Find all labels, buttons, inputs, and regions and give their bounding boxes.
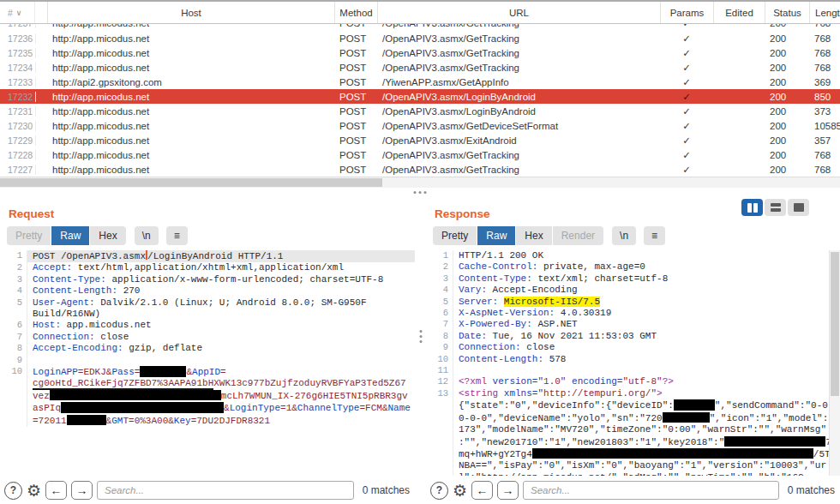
code-text: NBA==","isPay":"0","isXm":"0","baoyang":… <box>459 460 826 471</box>
line-content: cg0oHtd_RCikeFjq7ZFBD7%3AAPA91bHXWK13c97… <box>27 378 415 389</box>
code-text: Server: <box>459 297 498 307</box>
request-editor[interactable]: 1POST /OpenAPIV3.asmx/LoginByAndroid HTT… <box>0 250 415 476</box>
history-row[interactable]: 17227http://app.micodus.netPOST/OpenAPIV… <box>0 162 840 177</box>
prev-match-button[interactable]: ← <box>471 481 493 500</box>
table-horizontal-scrollbar[interactable] <box>0 177 840 188</box>
history-row[interactable]: 17231http://app.micodus.netPOST/OpenAPIV… <box>0 104 840 118</box>
menu-icon[interactable]: ≡ <box>644 226 665 245</box>
tab-pretty[interactable]: Pretty <box>7 226 51 245</box>
help-icon[interactable]: ? <box>430 482 448 500</box>
code-text: Accept-Encoding: <box>33 343 123 353</box>
column-header-length[interactable]: Length <box>809 2 840 23</box>
tab-pretty[interactable]: Pretty <box>433 226 477 245</box>
column-header-status[interactable]: Status <box>765 2 809 23</box>
history-table-body: 17237http://app.micodus.netPOST/OpenAPIV… <box>0 24 840 177</box>
response-editor[interactable]: 1HTTP/1.1 200 OK2Cache-Control: private,… <box>426 250 840 476</box>
code-text: > <box>657 388 663 399</box>
line-content: Cache-Control: private, max-age=0 <box>453 261 840 273</box>
newline-toggle-tab[interactable]: \n <box>612 226 636 245</box>
editor-line: 4Vary: Accept-Encoding <box>426 285 840 296</box>
menu-icon[interactable]: ≡ <box>166 226 188 245</box>
next-match-button[interactable]: → <box>497 481 519 500</box>
tab-hex[interactable]: Hex <box>90 226 125 245</box>
cell-url: /OpenAPIV3.asmx/GetTracking <box>377 24 660 28</box>
history-row[interactable]: 17236http://app.micodus.netPOST/OpenAPIV… <box>0 31 840 45</box>
code-text: User-Agent: <box>33 297 95 308</box>
cell-num: 17236 <box>0 33 36 44</box>
editor-line: 12<?xml version="1.0" encoding="utf-8"?> <box>426 376 840 387</box>
history-row[interactable]: 17229http://app.micodus.netPOST/OpenAPIV… <box>0 133 840 147</box>
column-header-url[interactable]: URL <box>377 2 660 23</box>
match-count: 0 matches <box>363 484 410 496</box>
horizontal-splitter[interactable] <box>0 188 840 201</box>
newline-toggle-tab[interactable]: \n <box>135 226 159 245</box>
gear-icon[interactable]: ⚙ <box>27 483 41 499</box>
column-header-host[interactable]: Host <box>47 2 334 23</box>
editor-line: cg0oHtd_RCikeFjq7ZFBD7%3AAPA91bHXWK13c97… <box>0 378 415 389</box>
tab-render[interactable]: Render <box>553 226 603 245</box>
code-text: Build/R16NW) <box>33 309 100 319</box>
scrollbar-thumb[interactable] <box>0 178 382 187</box>
search-input[interactable] <box>523 481 779 500</box>
line-content: <string xmlns="http://tempuri.org/"> <box>453 388 840 399</box>
burp-proxy-http-history: #∨HostMethodURLParamsEditedStatusLength … <box>0 0 840 504</box>
history-row[interactable]: 17230http://app.micodus.netPOST/OpenAPIV… <box>0 118 840 133</box>
scrollbar-thumb[interactable] <box>831 252 839 396</box>
cell-url: /OpenAPIV3.asmx/GetTracking <box>377 165 660 175</box>
history-row[interactable]: 17232http://app.micodus.netPOST/OpenAPIV… <box>0 89 840 104</box>
editor-line: vezmcLh7WMUN_IX-276g6HIE5TNI5pRBR3gv <box>0 390 415 402</box>
line-number <box>426 448 453 460</box>
code-text: close <box>95 332 129 342</box>
line-content: LoginAPP=EDKJ&Pass=&AppID= <box>27 366 415 378</box>
line-number: 9 <box>426 342 453 353</box>
code-text: HTTP/1.1 200 OK <box>459 250 543 261</box>
gear-icon[interactable]: ⚙ <box>453 483 467 499</box>
line-number: 6 <box>426 308 453 319</box>
tab-hex[interactable]: Hex <box>516 226 551 245</box>
line-content <box>453 365 840 376</box>
next-match-button[interactable]: → <box>71 481 93 500</box>
line-content: Content-Type: text/xml; charset=utf-8 <box>453 273 840 285</box>
search-input[interactable] <box>97 481 354 500</box>
column-header-edited[interactable]: Edited <box>713 2 765 23</box>
cell-num: 17234 <box>0 63 36 73</box>
column-header-num[interactable]: #∨ <box>0 2 35 23</box>
cell-num: 17229 <box>0 135 36 146</box>
layout-stacked-button[interactable] <box>765 199 786 216</box>
editor-line: 10LoginAPP=EDKJ&Pass=&AppID= <box>0 366 415 378</box>
cell-status: 200 <box>765 92 809 102</box>
line-content: X-AspNet-Version: 4.0.30319 <box>453 308 840 319</box>
editor-line: 2Cache-Control: private, max-age=0 <box>426 261 840 273</box>
cell-num: 17227 <box>0 165 36 175</box>
cell-method: POST <box>334 165 377 175</box>
help-icon[interactable]: ? <box>4 482 22 500</box>
history-row[interactable]: 17228http://app.micodus.netPOST/OpenAPIV… <box>0 147 840 162</box>
tab-raw[interactable]: Raw <box>477 226 515 245</box>
vertical-splitter[interactable] <box>415 201 426 504</box>
line-content: User-Agent: Dalvik/2.1.0 (Linux; U; Andr… <box>27 297 415 309</box>
line-content: l":"http://app.micodus.net/","adMsg":"",… <box>453 472 840 476</box>
column-header-params[interactable]: Params <box>660 2 713 23</box>
history-row-partial[interactable]: 17237http://app.micodus.netPOST/OpenAPIV… <box>0 24 840 31</box>
history-row[interactable]: 17234http://app.micodus.netPOST/OpenAPIV… <box>0 60 840 75</box>
column-header-method[interactable]: Method <box>334 2 377 23</box>
code-text: /5T <box>813 449 831 459</box>
history-row[interactable]: 17233http://api2.gpsxitong.comPOST/Yiwen… <box>0 75 840 89</box>
layout-single-button[interactable] <box>788 199 809 216</box>
code-text: ASP.NET <box>532 319 578 329</box>
editor-line: 10Content-Length: 578 <box>426 354 840 365</box>
cell-url: /OpenAPIV3.asmx/LoginByAndroid <box>377 106 660 117</box>
line-content: Content-Length: 578 <box>453 354 840 365</box>
history-row[interactable]: 17237http://app.micodus.netPOST/OpenAPIV… <box>0 24 840 30</box>
cell-url: /OpenAPIV3.asmx/GetTracking <box>377 48 660 58</box>
tab-raw[interactable]: Raw <box>51 226 89 245</box>
cell-url: /OpenAPIV3.asmx/ExitAndroid <box>377 135 660 146</box>
line-content: =72011&GMT=0%3A00&Key=7DU2DJFDR8321 <box>27 415 415 427</box>
prev-match-button[interactable]: ← <box>45 481 67 500</box>
response-vertical-scrollbar[interactable] <box>829 250 840 476</box>
line-number: 4 <box>0 285 27 297</box>
layout-side-by-side-button[interactable] <box>741 199 763 216</box>
line-number: 7 <box>0 332 27 343</box>
line-content: asPIq&LoginType=1&ChannelType=FCM&Name <box>27 402 415 414</box>
history-row[interactable]: 17235http://app.micodus.netPOST/OpenAPIV… <box>0 45 840 60</box>
